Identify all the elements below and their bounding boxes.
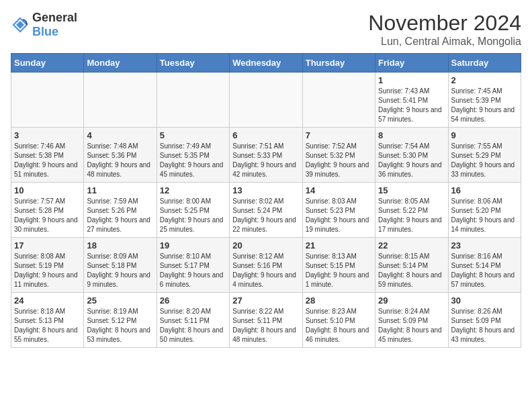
day-number: 3 (14, 130, 81, 140)
day-info: Sunrise: 8:08 AM Sunset: 5:19 PM Dayligh… (14, 252, 81, 289)
svg-marker-1 (16, 21, 24, 29)
day-number: 7 (306, 130, 372, 140)
title-area: November 2024 Lun, Central Aimak, Mongol… (368, 11, 521, 48)
day-info: Sunrise: 8:22 AM Sunset: 5:11 PM Dayligh… (232, 307, 299, 345)
calendar-cell: 16Sunrise: 8:06 AM Sunset: 5:20 PM Dayli… (448, 183, 521, 238)
calendar-week-5: 24Sunrise: 8:18 AM Sunset: 5:13 PM Dayli… (11, 293, 521, 348)
day-number: 18 (87, 240, 153, 250)
calendar-cell: 3Sunrise: 7:46 AM Sunset: 5:38 PM Daylig… (11, 128, 84, 183)
calendar-cell: 17Sunrise: 8:08 AM Sunset: 5:19 PM Dayli… (11, 238, 84, 293)
location-subtitle: Lun, Central Aimak, Mongolia (368, 36, 521, 48)
day-number: 14 (306, 185, 372, 195)
calendar-cell: 1Sunrise: 7:43 AM Sunset: 5:41 PM Daylig… (375, 73, 448, 128)
calendar-cell: 2Sunrise: 7:45 AM Sunset: 5:39 PM Daylig… (448, 73, 521, 128)
header-thursday: Thursday (302, 54, 375, 73)
day-info: Sunrise: 8:23 AM Sunset: 5:10 PM Dayligh… (306, 307, 372, 345)
day-number: 15 (378, 185, 445, 195)
calendar-cell: 10Sunrise: 7:57 AM Sunset: 5:28 PM Dayli… (11, 183, 84, 238)
calendar-cell: 5Sunrise: 7:49 AM Sunset: 5:35 PM Daylig… (157, 128, 229, 183)
day-info: Sunrise: 7:45 AM Sunset: 5:39 PM Dayligh… (451, 87, 518, 124)
calendar-cell: 23Sunrise: 8:16 AM Sunset: 5:14 PM Dayli… (448, 238, 521, 293)
calendar-cell: 4Sunrise: 7:48 AM Sunset: 5:36 PM Daylig… (84, 128, 157, 183)
day-number: 26 (160, 295, 226, 306)
calendar-cell: 9Sunrise: 7:55 AM Sunset: 5:29 PM Daylig… (448, 128, 521, 183)
header-sunday: Sunday (11, 54, 84, 73)
day-number: 30 (451, 295, 518, 306)
calendar-week-1: 1Sunrise: 7:43 AM Sunset: 5:41 PM Daylig… (11, 73, 521, 128)
calendar-cell: 15Sunrise: 8:05 AM Sunset: 5:22 PM Dayli… (375, 183, 448, 238)
calendar-week-4: 17Sunrise: 8:08 AM Sunset: 5:19 PM Dayli… (11, 238, 521, 293)
day-info: Sunrise: 8:00 AM Sunset: 5:25 PM Dayligh… (160, 197, 226, 234)
calendar-cell (302, 73, 375, 128)
logo-general: General (32, 11, 77, 24)
day-info: Sunrise: 7:59 AM Sunset: 5:26 PM Dayligh… (87, 197, 153, 234)
day-number: 10 (14, 185, 81, 195)
day-info: Sunrise: 8:19 AM Sunset: 5:12 PM Dayligh… (87, 307, 153, 345)
day-number: 29 (378, 295, 445, 306)
day-info: Sunrise: 7:43 AM Sunset: 5:41 PM Dayligh… (378, 87, 445, 124)
day-number: 27 (232, 295, 299, 306)
calendar-cell: 11Sunrise: 7:59 AM Sunset: 5:26 PM Dayli… (84, 183, 157, 238)
day-info: Sunrise: 8:02 AM Sunset: 5:24 PM Dayligh… (232, 197, 299, 234)
day-info: Sunrise: 7:46 AM Sunset: 5:38 PM Dayligh… (14, 142, 81, 179)
day-number: 13 (232, 185, 299, 195)
calendar-body: 1Sunrise: 7:43 AM Sunset: 5:41 PM Daylig… (11, 73, 521, 348)
header-saturday: Saturday (448, 54, 521, 73)
calendar-cell: 7Sunrise: 7:52 AM Sunset: 5:32 PM Daylig… (302, 128, 375, 183)
day-number: 2 (451, 75, 518, 85)
calendar-cell: 20Sunrise: 8:12 AM Sunset: 5:16 PM Dayli… (230, 238, 302, 293)
day-info: Sunrise: 7:52 AM Sunset: 5:32 PM Dayligh… (306, 142, 372, 179)
header-tuesday: Tuesday (157, 54, 229, 73)
day-number: 24 (14, 295, 81, 306)
day-number: 17 (14, 240, 81, 250)
header-row: Sunday Monday Tuesday Wednesday Thursday… (11, 54, 521, 73)
day-number: 1 (378, 75, 445, 85)
day-number: 4 (87, 130, 153, 140)
day-info: Sunrise: 8:26 AM Sunset: 5:09 PM Dayligh… (451, 307, 518, 345)
day-number: 9 (451, 130, 518, 140)
day-info: Sunrise: 8:06 AM Sunset: 5:20 PM Dayligh… (451, 197, 518, 234)
calendar-cell: 14Sunrise: 8:03 AM Sunset: 5:23 PM Dayli… (302, 183, 375, 238)
day-info: Sunrise: 7:57 AM Sunset: 5:28 PM Dayligh… (14, 197, 81, 234)
day-info: Sunrise: 8:15 AM Sunset: 5:14 PM Dayligh… (378, 252, 445, 289)
day-number: 21 (306, 240, 372, 250)
calendar-week-3: 10Sunrise: 7:57 AM Sunset: 5:28 PM Dayli… (11, 183, 521, 238)
calendar-week-2: 3Sunrise: 7:46 AM Sunset: 5:38 PM Daylig… (11, 128, 521, 183)
calendar-cell: 6Sunrise: 7:51 AM Sunset: 5:33 PM Daylig… (230, 128, 302, 183)
calendar-cell: 30Sunrise: 8:26 AM Sunset: 5:09 PM Dayli… (448, 293, 521, 348)
day-number: 6 (232, 130, 299, 140)
calendar-cell: 21Sunrise: 8:13 AM Sunset: 5:15 PM Dayli… (302, 238, 375, 293)
calendar-cell (11, 73, 84, 128)
day-info: Sunrise: 8:09 AM Sunset: 5:18 PM Dayligh… (87, 252, 153, 289)
day-number: 5 (160, 130, 226, 140)
calendar-cell: 8Sunrise: 7:54 AM Sunset: 5:30 PM Daylig… (375, 128, 448, 183)
day-info: Sunrise: 8:12 AM Sunset: 5:16 PM Dayligh… (232, 252, 299, 289)
day-number: 8 (378, 130, 445, 140)
day-number: 22 (378, 240, 445, 250)
calendar-cell: 25Sunrise: 8:19 AM Sunset: 5:12 PM Dayli… (84, 293, 157, 348)
day-info: Sunrise: 8:24 AM Sunset: 5:09 PM Dayligh… (378, 307, 445, 345)
calendar-header: Sunday Monday Tuesday Wednesday Thursday… (11, 54, 521, 73)
calendar-cell: 22Sunrise: 8:15 AM Sunset: 5:14 PM Dayli… (375, 238, 448, 293)
day-info: Sunrise: 7:49 AM Sunset: 5:35 PM Dayligh… (160, 142, 226, 179)
day-info: Sunrise: 7:55 AM Sunset: 5:29 PM Dayligh… (451, 142, 518, 179)
calendar-cell (84, 73, 157, 128)
calendar-cell: 27Sunrise: 8:22 AM Sunset: 5:11 PM Dayli… (230, 293, 302, 348)
header-friday: Friday (375, 54, 448, 73)
calendar-cell: 13Sunrise: 8:02 AM Sunset: 5:24 PM Dayli… (230, 183, 302, 238)
logo-icon (11, 15, 30, 34)
calendar-cell: 24Sunrise: 8:18 AM Sunset: 5:13 PM Dayli… (11, 293, 84, 348)
day-info: Sunrise: 8:05 AM Sunset: 5:22 PM Dayligh… (378, 197, 445, 234)
day-info: Sunrise: 7:51 AM Sunset: 5:33 PM Dayligh… (232, 142, 299, 179)
calendar-cell: 28Sunrise: 8:23 AM Sunset: 5:10 PM Dayli… (302, 293, 375, 348)
day-number: 16 (451, 185, 518, 195)
day-info: Sunrise: 8:13 AM Sunset: 5:15 PM Dayligh… (306, 252, 372, 289)
header-monday: Monday (84, 54, 157, 73)
calendar-cell: 12Sunrise: 8:00 AM Sunset: 5:25 PM Dayli… (157, 183, 229, 238)
header-wednesday: Wednesday (230, 54, 302, 73)
day-number: 20 (232, 240, 299, 250)
day-number: 11 (87, 185, 153, 195)
day-info: Sunrise: 8:03 AM Sunset: 5:23 PM Dayligh… (306, 197, 372, 234)
day-number: 12 (160, 185, 226, 195)
day-number: 19 (160, 240, 226, 250)
